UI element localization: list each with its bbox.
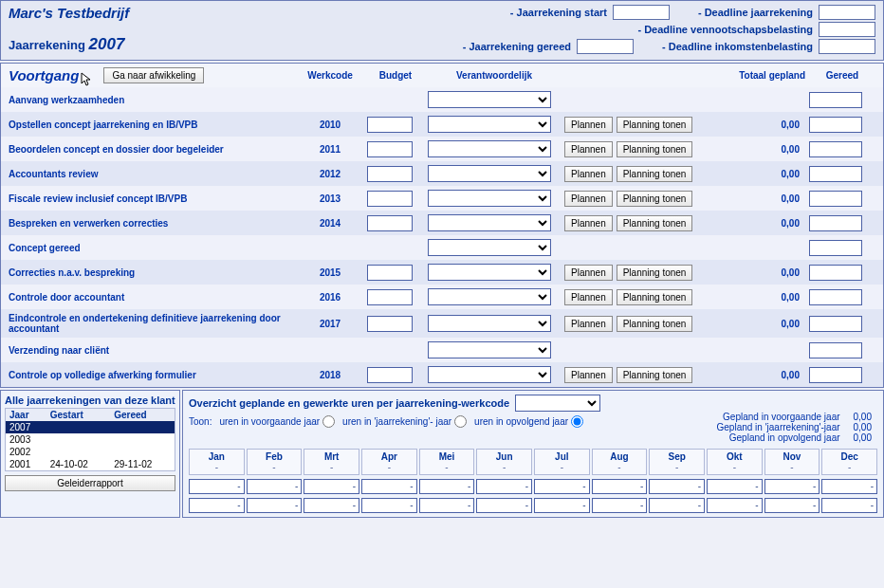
plannen-button[interactable]: Plannen [564, 166, 613, 182]
hours-cell[interactable] [649, 498, 705, 513]
goto-afwikkeling-button[interactable]: Ga naar afwikkeling [103, 67, 204, 83]
year-value: 2007 [89, 35, 125, 53]
hours-cell[interactable] [764, 498, 820, 513]
hours-cell[interactable] [304, 479, 359, 494]
planning-tonen-button[interactable]: Planning tonen [617, 117, 693, 133]
gereed-input[interactable] [809, 367, 862, 383]
gereed-input[interactable] [809, 289, 862, 305]
plannen-button[interactable]: Plannen [564, 141, 613, 157]
hours-cell[interactable] [821, 479, 877, 494]
task-row: Controle door accountant2016PlannenPlann… [1, 285, 883, 309]
responsible-select[interactable] [428, 239, 551, 256]
gereed-input[interactable] [809, 92, 862, 108]
geleiderrapport-button[interactable]: Geleiderrapport [5, 475, 175, 491]
gereed-input[interactable] [809, 316, 862, 332]
input-deadline-jr[interactable] [819, 5, 875, 20]
gereed-input[interactable] [809, 215, 862, 231]
gereed-input[interactable] [809, 191, 862, 207]
hours-cell[interactable] [592, 479, 648, 494]
plannen-button[interactable]: Plannen [564, 117, 613, 133]
radio-opv[interactable]: uren in opvolgend jaar [474, 415, 583, 428]
budget-input[interactable] [367, 265, 413, 281]
years-table[interactable]: Jaar Gestart Gereed 200720032002200124-1… [5, 408, 175, 471]
gereed-input[interactable] [809, 117, 862, 133]
planning-tonen-button[interactable]: Planning tonen [617, 289, 693, 305]
label-jr-start: - Jaarrekening start [510, 7, 607, 18]
responsible-select[interactable] [428, 91, 551, 108]
hours-cell[interactable] [361, 479, 417, 494]
gereed-input[interactable] [809, 342, 862, 358]
planning-tonen-button[interactable]: Planning tonen [617, 316, 693, 332]
year-row[interactable]: 2007 [6, 421, 175, 433]
budget-input[interactable] [367, 191, 413, 207]
plannen-button[interactable]: Plannen [564, 367, 613, 383]
hours-cell[interactable] [419, 498, 475, 513]
hours-cell[interactable] [361, 498, 417, 513]
input-deadline-inkom[interactable] [819, 39, 875, 54]
werkcode-select[interactable] [515, 395, 600, 412]
budget-input[interactable] [367, 141, 413, 157]
plannen-button[interactable]: Plannen [564, 316, 613, 332]
input-deadline-venn[interactable] [819, 22, 875, 37]
gereed-input[interactable] [809, 265, 862, 281]
radio-jr[interactable]: uren in 'jaarrekening'- jaar [342, 415, 467, 428]
year-row[interactable]: 2003 [6, 433, 175, 446]
hours-cell[interactable] [592, 498, 648, 513]
planning-tonen-button[interactable]: Planning tonen [617, 191, 693, 207]
budget-input[interactable] [367, 166, 413, 182]
responsible-select[interactable] [428, 140, 551, 157]
responsible-select[interactable] [428, 341, 551, 358]
responsible-select[interactable] [428, 366, 551, 383]
hours-cell[interactable] [247, 498, 303, 513]
hours-cell[interactable] [707, 479, 763, 494]
budget-input[interactable] [367, 289, 413, 305]
overview-panel: Overzicht geplande en gewerkte uren per … [182, 390, 884, 518]
plannen-button[interactable]: Plannen [564, 289, 613, 305]
responsible-select[interactable] [428, 264, 551, 281]
gereed-input[interactable] [809, 141, 862, 157]
input-jr-gereed[interactable] [577, 39, 634, 54]
gereed-input[interactable] [809, 240, 862, 256]
hours-cell[interactable] [707, 498, 763, 513]
responsible-select[interactable] [428, 116, 551, 133]
input-jr-start[interactable] [613, 5, 670, 20]
hours-cell[interactable] [476, 479, 532, 494]
budget-input[interactable] [367, 215, 413, 231]
hours-cell[interactable] [534, 498, 590, 513]
planning-tonen-button[interactable]: Planning tonen [617, 367, 693, 383]
gepland-opv: Gepland in opvolgend jaar [729, 432, 840, 443]
gereed-input[interactable] [809, 166, 862, 182]
plannen-button[interactable]: Plannen [564, 191, 613, 207]
year-row[interactable]: 200124-10-0229-11-02 [6, 458, 175, 471]
hours-cell[interactable] [419, 479, 475, 494]
budget-input[interactable] [367, 367, 413, 383]
responsible-select[interactable] [428, 315, 551, 332]
responsible-select[interactable] [428, 288, 551, 305]
header-bar: Marc's Testbedrijf Jaarrekening 2007 - J… [0, 0, 884, 61]
year-row[interactable]: 2002 [6, 446, 175, 458]
radio-voor[interactable]: uren in voorgaande jaar [219, 415, 335, 428]
responsible-select[interactable] [428, 214, 551, 231]
planning-tonen-button[interactable]: Planning tonen [617, 141, 693, 157]
planning-tonen-button[interactable]: Planning tonen [617, 215, 693, 231]
gepland-voor: Gepland in voorgaande jaar [723, 412, 839, 422]
hours-cell[interactable] [649, 479, 705, 494]
plannen-button[interactable]: Plannen [564, 265, 613, 281]
hours-cell[interactable] [189, 479, 245, 494]
budget-input[interactable] [367, 117, 413, 133]
werkcode-value: 2011 [297, 144, 363, 155]
hours-cell[interactable] [534, 479, 590, 494]
budget-input[interactable] [367, 316, 413, 332]
years-title: Alle jaarrekeningen van deze klant [5, 395, 175, 406]
planning-tonen-button[interactable]: Planning tonen [617, 265, 693, 281]
hours-cell[interactable] [764, 479, 820, 494]
hours-cell[interactable] [189, 498, 245, 513]
plannen-button[interactable]: Plannen [564, 215, 613, 231]
hours-cell[interactable] [821, 498, 877, 513]
hours-cell[interactable] [476, 498, 532, 513]
hours-cell[interactable] [247, 479, 303, 494]
planning-tonen-button[interactable]: Planning tonen [617, 166, 693, 182]
responsible-select[interactable] [428, 190, 551, 207]
hours-cell[interactable] [304, 498, 359, 513]
responsible-select[interactable] [428, 165, 551, 182]
